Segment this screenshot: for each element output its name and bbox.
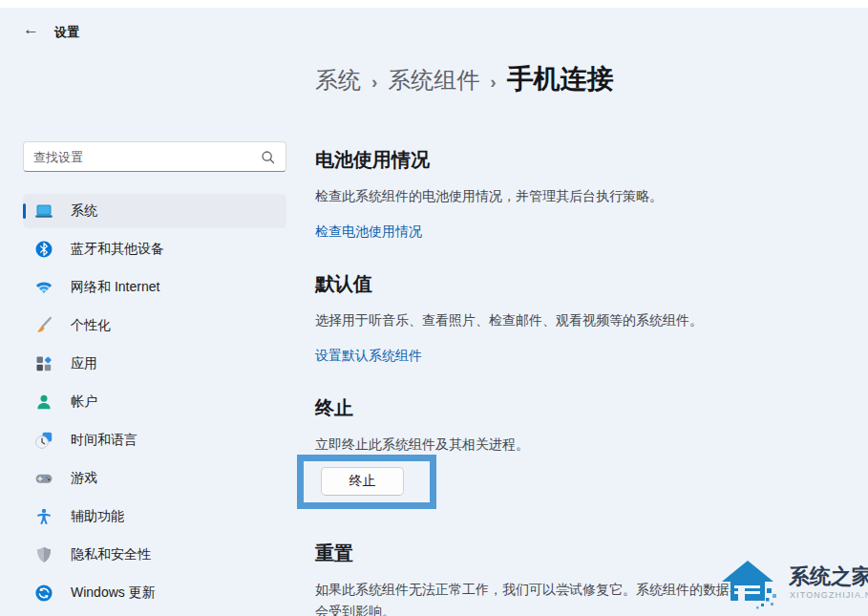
sidebar-item-label: 游戏: [71, 470, 97, 487]
windows-update-icon: [34, 584, 53, 603]
sidebar-item-label: Windows 更新: [71, 584, 156, 602]
sidebar-item-gaming[interactable]: 游戏: [23, 461, 286, 496]
sidebar-item-label: 应用: [71, 355, 97, 372]
section-battery-usage: 电池使用情况 检查此系统组件的电池使用情况，并管理其后台执行策略。 检查电池使用…: [315, 147, 855, 241]
sidebar-item-label: 蓝牙和其他设备: [71, 241, 164, 258]
settings-window: ← 设置 系统蓝牙和其他设备网络和 Internet个性化应用帐户时间和语言游戏…: [0, 0, 868, 616]
section-description: 立即终止此系统组件及其相关进程。: [315, 434, 855, 456]
watermark-name: 系统之家: [789, 563, 868, 591]
system-icon: [34, 202, 53, 221]
search-box: [23, 141, 286, 172]
terminate-button[interactable]: 终止: [321, 467, 404, 496]
selected-indicator: [23, 203, 26, 219]
sidebar-item-apps[interactable]: 应用: [23, 347, 286, 381]
sidebar-item-accounts[interactable]: 帐户: [23, 385, 286, 419]
section-title: 默认值: [315, 271, 855, 297]
sidebar-item-time-language[interactable]: 时间和语言: [23, 423, 286, 457]
section-title: 电池使用情况: [315, 147, 855, 173]
accessibility-icon: [34, 507, 53, 526]
sidebar-item-network[interactable]: 网络和 Internet: [23, 270, 286, 305]
sidebar-item-label: 个性化: [71, 317, 111, 334]
watermark: 系统之家 XITONGZHIJIA.NET: [716, 555, 868, 614]
xitongzhijia-logo-icon: [716, 555, 783, 616]
sidebar-item-system[interactable]: 系统: [23, 194, 286, 228]
time-language-icon: [34, 431, 53, 450]
app-title: 设置: [54, 24, 79, 41]
section-title: 终止: [315, 395, 855, 421]
privacy-icon: [34, 545, 53, 564]
breadcrumb-system[interactable]: 系统: [315, 65, 361, 96]
annotation-highlight-box: 终止: [297, 455, 436, 509]
section-defaults: 默认值 选择用于听音乐、查看照片、检查邮件、观看视频等的系统组件。 设置默认系统…: [315, 271, 855, 365]
sidebar-item-label: 帐户: [71, 393, 97, 411]
breadcrumb-separator-icon: ›: [371, 72, 377, 93]
search-input[interactable]: [33, 143, 253, 170]
apps-icon: [34, 354, 53, 373]
sidebar-item-bluetooth[interactable]: 蓝牙和其他设备: [23, 232, 286, 266]
sidebar-item-personalization[interactable]: 个性化: [23, 308, 286, 343]
search-icon[interactable]: [259, 148, 278, 167]
set-defaults-link[interactable]: 设置默认系统组件: [315, 348, 422, 365]
personalization-icon: [34, 316, 53, 335]
accounts-icon: [34, 393, 53, 412]
breadcrumb-separator-icon: ›: [490, 72, 496, 93]
bluetooth-icon: [34, 240, 53, 259]
section-description: 检查此系统组件的电池使用情况，并管理其后台执行策略。: [315, 185, 855, 207]
sidebar-item-accessibility[interactable]: 辅助功能: [23, 499, 286, 534]
gaming-icon: [34, 469, 53, 488]
breadcrumb: 系统 › 系统组件 › 手机连接: [315, 61, 614, 97]
sidebar-item-label: 辅助功能: [71, 508, 124, 525]
network-icon: [34, 278, 53, 297]
sidebar-item-privacy[interactable]: 隐私和安全性: [23, 538, 286, 572]
sidebar-item-windows-update[interactable]: Windows 更新: [23, 576, 286, 610]
back-button[interactable]: ←: [23, 20, 39, 39]
sidebar-nav: 系统蓝牙和其他设备网络和 Internet个性化应用帐户时间和语言游戏辅助功能隐…: [23, 194, 286, 614]
watermark-url: XITONGZHIJIA.NET: [790, 590, 868, 600]
sidebar-item-label: 系统: [71, 202, 97, 220]
sidebar-item-label: 网络和 Internet: [71, 279, 159, 296]
breadcrumb-current-page: 手机连接: [507, 61, 614, 97]
top-strip: [0, 0, 868, 8]
battery-usage-link[interactable]: 检查电池使用情况: [315, 223, 422, 241]
sidebar-item-label: 时间和语言: [71, 432, 138, 449]
sidebar-item-label: 隐私和安全性: [71, 546, 151, 563]
section-description: 选择用于听音乐、查看照片、检查邮件、观看视频等的系统组件。: [315, 309, 855, 331]
breadcrumb-system-components[interactable]: 系统组件: [388, 65, 479, 96]
